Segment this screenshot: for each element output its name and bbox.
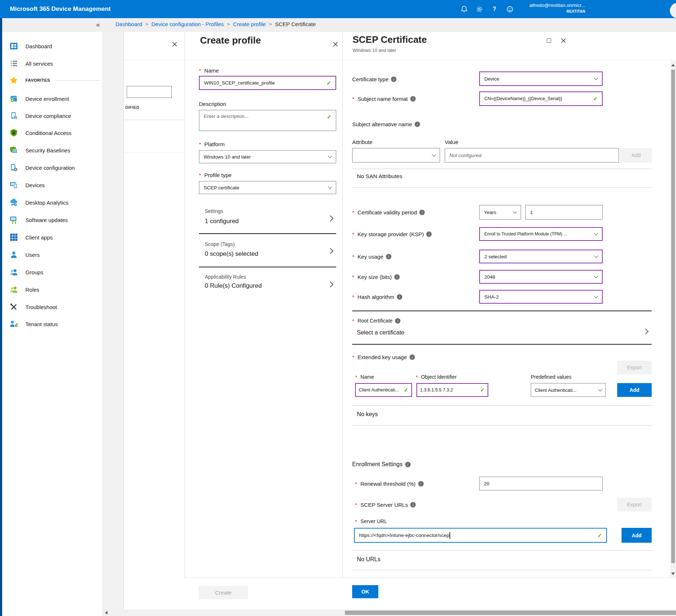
- renewal-threshold-input[interactable]: 20: [479, 477, 603, 490]
- key-size-dropdown[interactable]: 2048: [479, 270, 603, 284]
- profiles-blade-close-icon[interactable]: [172, 41, 178, 47]
- sidebar-item-tenant-status[interactable]: Tenant status: [2, 317, 103, 331]
- sidebar-item-troubleshoot[interactable]: Troubleshoot: [2, 300, 103, 314]
- device-enrollment-icon: [10, 95, 18, 103]
- eku-name-label: Name: [355, 373, 374, 381]
- favorites-star-icon: [10, 76, 18, 84]
- sidebar-item-all-services[interactable]: All services: [2, 56, 103, 71]
- scroll-up-arrow[interactable]: [671, 64, 675, 66]
- scep-blade-close-icon[interactable]: [561, 38, 566, 44]
- hash-algorithm-dropdown[interactable]: SHA-2: [479, 290, 603, 304]
- notifications-bell-icon[interactable]: [460, 5, 468, 13]
- info-icon[interactable]: [410, 96, 416, 102]
- valid-check-icon: [593, 95, 598, 102]
- platform-dropdown[interactable]: Windows 10 and later: [199, 150, 336, 163]
- subject-name-format-input[interactable]: CN={{DeviceName}}_{{Device_Serial}}: [479, 91, 603, 106]
- sidebar-item-devices[interactable]: Devices: [2, 178, 103, 192]
- sidebar-item-software-updates[interactable]: Software updates: [2, 213, 103, 227]
- root-certificate-value: Select a certificate: [357, 329, 404, 336]
- sidebar-item-desktop-analytics[interactable]: Desktop Analytics: [2, 195, 103, 210]
- san-add-button[interactable]: Add: [620, 148, 652, 163]
- san-attribute-label: Attribute: [352, 138, 372, 146]
- info-icon[interactable]: [419, 210, 425, 215]
- sidebar-item-label: All services: [25, 61, 53, 67]
- sidebar-item-device-compliance[interactable]: Device compliance: [2, 108, 103, 123]
- account-info[interactable]: alfredo@rextitan.onmicr... REXTITAN: [476, 2, 585, 14]
- breadcrumb-dashboard[interactable]: Dashboard: [115, 21, 142, 27]
- key-usage-label: Key usage: [352, 250, 391, 263]
- sidebar-collapse-button[interactable]: [94, 20, 102, 29]
- sidebar-item-security-baselines[interactable]: Security Baselines: [2, 143, 103, 157]
- key-storage-provider-dropdown[interactable]: Enroll to Trusted Platform Module (TPM) …: [479, 227, 603, 241]
- info-icon[interactable]: [418, 481, 424, 486]
- san-attribute-dropdown[interactable]: [352, 148, 440, 163]
- sidebar-item-groups[interactable]: Groups: [2, 265, 103, 279]
- scroll-down-arrow[interactable]: [671, 572, 675, 575]
- sidebar-item-device-enrollment[interactable]: Device enrollment: [2, 91, 103, 106]
- info-icon[interactable]: [391, 77, 396, 82]
- info-icon[interactable]: [426, 231, 432, 237]
- valid-check-icon: [480, 387, 485, 393]
- breadcrumb-device-configuration-profiles[interactable]: Device configuration - Profiles: [151, 21, 224, 27]
- vertical-scrollbar-thumb[interactable]: [671, 70, 675, 563]
- software-updates-icon: [10, 216, 18, 224]
- eku-oid-input[interactable]: 1.3.6.1.5.5.7.3.2: [416, 383, 488, 397]
- info-icon[interactable]: [386, 254, 391, 259]
- eku-add-button[interactable]: Add: [617, 383, 652, 397]
- sidebar-item-label: Security Baselines: [25, 147, 70, 153]
- validity-unit-dropdown[interactable]: Years: [479, 205, 521, 219]
- ok-button[interactable]: OK: [352, 585, 378, 598]
- scope-tags-value: 0 scope(s) selected: [205, 250, 258, 258]
- san-value-input[interactable]: Not configured: [445, 148, 619, 163]
- create-button[interactable]: Create: [199, 586, 248, 599]
- info-icon[interactable]: [415, 122, 420, 127]
- info-icon[interactable]: [410, 502, 416, 508]
- certificate-type-dropdown[interactable]: Device: [479, 71, 603, 86]
- urls-export-button[interactable]: Export: [617, 498, 652, 512]
- info-icon[interactable]: [410, 354, 415, 360]
- info-icon[interactable]: [405, 462, 411, 467]
- chevron-down-icon: [594, 254, 598, 258]
- sidebar-item-label: Device configuration: [25, 165, 75, 171]
- settings-label: Settings: [205, 208, 223, 214]
- sidebar-item-dashboard[interactable]: Dashboard: [2, 39, 103, 53]
- eku-name-input[interactable]: Client Authenticati...: [355, 383, 412, 397]
- chevron-down-icon: [594, 294, 598, 298]
- key-usage-dropdown[interactable]: 2 selected: [479, 250, 603, 263]
- divider: [352, 169, 652, 169]
- sidebar-item-label: Device compliance: [25, 113, 71, 119]
- url-add-button[interactable]: Add: [622, 528, 652, 543]
- tenant-status-icon: [10, 320, 18, 328]
- profile-type-dropdown[interactable]: SCEP certificate: [199, 181, 336, 194]
- info-icon[interactable]: [394, 274, 400, 280]
- chevron-down-icon: [594, 274, 598, 278]
- certificate-validity-period-label: Certificate validity period: [352, 205, 425, 219]
- create-profile-close-icon[interactable]: [333, 41, 338, 47]
- scep-footer: OK: [342, 578, 676, 609]
- description-input[interactable]: Enter a description...: [199, 110, 336, 131]
- profiles-search-input[interactable]: [127, 86, 172, 98]
- name-input[interactable]: WIN10_SCEP_certificate_profile: [199, 76, 336, 90]
- breadcrumb-create-profile[interactable]: Create profile: [233, 21, 266, 27]
- sidebar: Dashboard All services FAVORITES Device …: [0, 32, 103, 616]
- sidebar-item-client-apps[interactable]: Client apps: [2, 230, 103, 245]
- maximize-icon[interactable]: [547, 38, 551, 43]
- vertical-scrollbar[interactable]: [670, 61, 676, 577]
- sidebar-item-roles[interactable]: Roles: [2, 282, 103, 297]
- sidebar-item-users[interactable]: Users: [2, 247, 103, 262]
- scroll-left-arrow[interactable]: [105, 611, 107, 615]
- horizontal-scrollbar[interactable]: [103, 609, 676, 616]
- horizontal-scrollbar-thumb[interactable]: [345, 611, 676, 615]
- eku-predefined-dropdown[interactable]: Client Authenticati...: [531, 383, 606, 397]
- validity-value-input[interactable]: 1: [525, 205, 603, 219]
- app-window: Microsoft 365 Device Management ? alfred…: [0, 0, 676, 616]
- scep-header-divider: [343, 60, 676, 60]
- info-icon[interactable]: [397, 294, 402, 300]
- eku-export-button[interactable]: Export: [617, 361, 652, 374]
- server-url-input[interactable]: https://<fqdn>/intune-ejbc-connector/sce…: [354, 528, 607, 543]
- groups-icon: [10, 268, 18, 276]
- info-icon[interactable]: [395, 318, 400, 324]
- sidebar-item-device-configuration[interactable]: Device configuration: [2, 160, 103, 175]
- sidebar-item-conditional-access[interactable]: Conditional Access: [2, 126, 103, 140]
- avatar[interactable]: [670, 3, 676, 18]
